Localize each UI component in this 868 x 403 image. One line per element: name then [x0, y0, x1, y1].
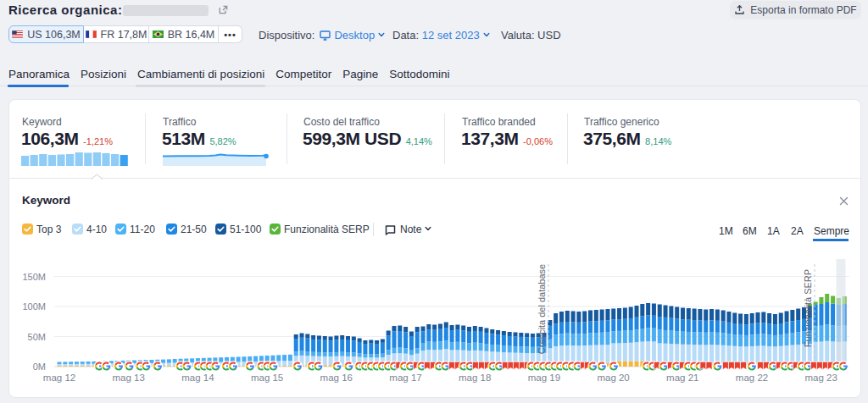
svg-text:mag 16: mag 16	[320, 373, 353, 383]
svg-text:mag 14: mag 14	[181, 373, 214, 383]
svg-text:Crescita del database: Crescita del database	[537, 264, 547, 354]
svg-text:mag 13: mag 13	[113, 373, 145, 383]
svg-text:Funzionalità SERP: Funzionalità SERP	[803, 269, 813, 347]
svg-text:mag 22: mag 22	[736, 373, 768, 383]
svg-text:mag 15: mag 15	[251, 373, 283, 383]
svg-text:0M: 0M	[33, 362, 46, 372]
svg-text:100M: 100M	[22, 301, 46, 312]
svg-text:mag 20: mag 20	[597, 373, 629, 383]
svg-text:mag 18: mag 18	[459, 373, 491, 383]
svg-text:mag 19: mag 19	[528, 373, 560, 383]
svg-text:mag 12: mag 12	[43, 373, 75, 383]
svg-text:50M: 50M	[28, 332, 46, 342]
svg-text:mag 23: mag 23	[805, 373, 837, 383]
svg-text:150M: 150M	[22, 272, 46, 282]
svg-text:mag 17: mag 17	[389, 373, 421, 383]
svg-text:mag 21: mag 21	[666, 373, 698, 383]
